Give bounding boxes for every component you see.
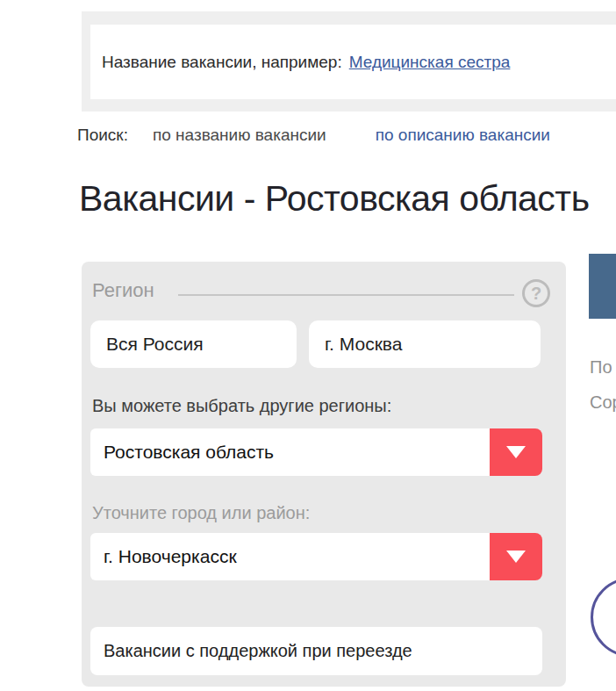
city-select-dropdown-button[interactable] (490, 533, 542, 580)
chevron-down-icon (506, 551, 526, 563)
quick-region-moscow-button[interactable]: г. Москва (309, 320, 541, 368)
region-section-label: Регион (92, 279, 154, 302)
section-divider-line (178, 294, 514, 296)
page-title: Вакансии - Ростовская область (79, 178, 616, 220)
results-text-fragment-bottom: Сор (590, 392, 616, 413)
other-regions-label: Вы можете выбрать другие регионы: (92, 396, 391, 416)
chevron-down-icon (506, 446, 526, 458)
vacancy-title-input[interactable]: Название вакансии, например: Медицинская… (90, 25, 616, 99)
relocation-support-button[interactable]: Вакансии с поддержкой при переезде (90, 627, 542, 675)
vacancy-search-page: Название вакансии, например: Медицинская… (0, 0, 616, 691)
quick-region-all-russia-button[interactable]: Вся Россия (90, 320, 297, 368)
search-mode-row: Поиск:по названию вакансиипо описанию ва… (77, 126, 616, 145)
search-input-label: Название вакансии, например: (102, 53, 342, 72)
region-select-dropdown-button[interactable] (490, 428, 542, 476)
region-filter-panel: Регион ? Вся Россия г. Москва Вы можете … (82, 262, 566, 687)
quick-region-label: Вся Россия (106, 334, 204, 355)
city-select-row: г. Новочеркасск (90, 533, 551, 580)
search-mode-by-name: по названию вакансии (153, 126, 326, 144)
circle-outline-graphic (591, 578, 616, 657)
region-select[interactable]: Ростовская область (90, 428, 490, 476)
city-label: Уточните город или район: (92, 503, 310, 523)
results-blue-block-fragment (589, 254, 616, 319)
search-mode-label: Поиск: (77, 126, 128, 144)
search-band: Название вакансии, например: Медицинская… (82, 11, 616, 112)
search-mode-by-description-link[interactable]: по описанию вакансии (376, 126, 550, 145)
example-vacancy-link[interactable]: Медицинская сестра (349, 53, 511, 72)
help-icon[interactable]: ? (522, 279, 550, 307)
city-select[interactable]: г. Новочеркасск (90, 533, 490, 580)
region-select-row: Ростовская область (90, 428, 551, 476)
results-text-fragment-top: По (590, 357, 612, 378)
quick-region-label: г. Москва (325, 334, 402, 355)
